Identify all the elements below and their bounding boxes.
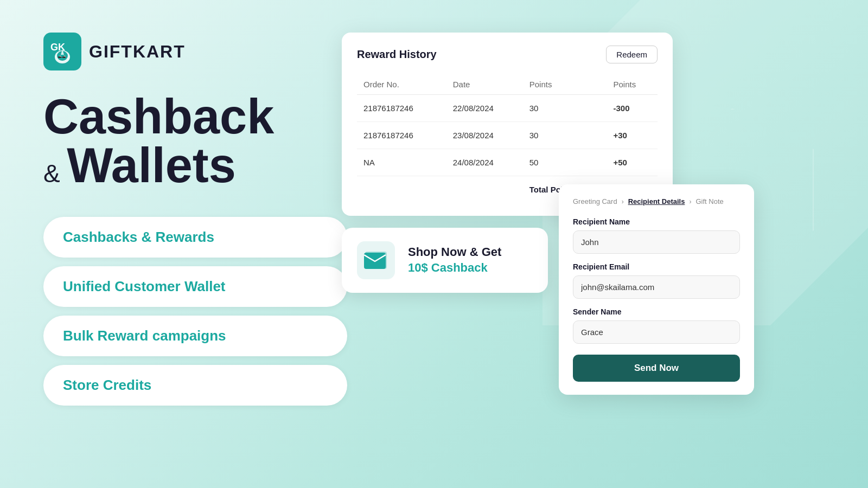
recipient-email-input[interactable] (573, 275, 740, 299)
breadcrumb: Greeting Card › Recipient Details › Gift… (573, 197, 740, 206)
feature-wallet[interactable]: Unified Customer Wallet (43, 266, 347, 307)
order-date: 23/08/2024 (446, 122, 523, 149)
col-points-1: Points (523, 74, 607, 95)
order-num: NA (357, 149, 446, 176)
col-order: Order No. (357, 74, 446, 95)
send-now-button[interactable]: Send Now (573, 355, 740, 382)
headline: Cashback & Wallets (43, 92, 347, 190)
left-section: GK GIFTKART Cashback & Wallets (43, 33, 347, 406)
sender-name-label: Sender Name (573, 307, 740, 316)
sender-name-group: Sender Name (573, 307, 740, 344)
headline-cashback: Cashback (43, 92, 347, 141)
breadcrumb-recipient[interactable]: Recipient Details (628, 197, 685, 206)
redeem-button[interactable]: Redeem (606, 46, 658, 63)
svg-rect-6 (58, 56, 61, 58)
order-date: 24/08/2024 (446, 149, 523, 176)
logo-icon: GK (43, 33, 81, 70)
order-num: 21876187246 (357, 95, 446, 122)
svg-rect-7 (62, 56, 66, 58)
shop-text: Shop Now & Get 10$ Cashback (408, 245, 501, 275)
shop-line1: Shop Now & Get (408, 245, 501, 260)
mail-icon-wrapper (357, 241, 395, 279)
reward-card-title: Reward History (357, 48, 437, 61)
table-row: 21876187246 23/08/2024 30 +30 (357, 122, 658, 149)
gift-form-card: Greeting Card › Recipient Details › Gift… (559, 184, 754, 395)
breadcrumb-gift-note[interactable]: Gift Note (695, 197, 723, 206)
headline-and: & (43, 159, 60, 188)
table-row: NA 24/08/2024 50 +50 (357, 149, 658, 176)
breadcrumb-sep-2: › (689, 198, 691, 206)
col-date: Date (446, 74, 523, 95)
order-change: +30 (607, 122, 658, 149)
order-points: 30 (523, 122, 607, 149)
order-date: 22/08/2024 (446, 95, 523, 122)
breadcrumb-sep-1: › (622, 198, 624, 206)
breadcrumb-greeting[interactable]: Greeting Card (573, 197, 617, 206)
recipient-email-group: Recipient Email (573, 262, 740, 299)
order-change: -300 (607, 95, 658, 122)
feature-store-credits[interactable]: Store Credits (43, 365, 347, 406)
mail-icon (364, 251, 388, 270)
sender-name-input[interactable] (573, 320, 740, 344)
reward-card-header: Reward History Redeem (357, 46, 658, 63)
logo-area: GK GIFTKART (43, 33, 347, 70)
order-points: 50 (523, 149, 607, 176)
recipient-name-label: Recipient Name (573, 217, 740, 226)
order-num: 21876187246 (357, 122, 446, 149)
recipient-name-group: Recipient Name (573, 217, 740, 254)
logo-text: GIFTKART (89, 42, 186, 62)
recipient-email-label: Recipient Email (573, 262, 740, 271)
table-row: 21876187246 22/08/2024 30 -300 (357, 95, 658, 122)
order-points: 30 (523, 95, 607, 122)
order-change: +50 (607, 149, 658, 176)
feature-list: Cashbacks & Rewards Unified Customer Wal… (43, 217, 347, 406)
shop-line2: 10$ Cashback (408, 260, 501, 276)
shop-now-card[interactable]: Shop Now & Get 10$ Cashback (342, 228, 548, 293)
reward-table: Order No. Date Points Points 21876187246… (357, 74, 658, 203)
feature-cashbacks[interactable]: Cashbacks & Rewards (43, 217, 347, 258)
feature-bulk-reward[interactable]: Bulk Reward campaigns (43, 316, 347, 356)
col-points-2: Points (607, 74, 658, 95)
headline-wallets: Wallets (67, 138, 236, 192)
table-header-row: Order No. Date Points Points (357, 74, 658, 95)
recipient-name-input[interactable] (573, 230, 740, 254)
